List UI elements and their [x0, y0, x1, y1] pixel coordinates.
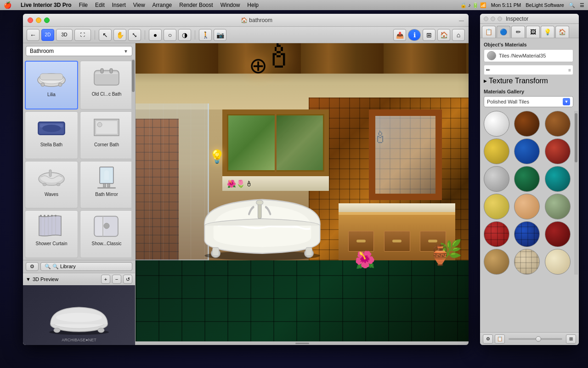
toolbar-share-btn[interactable]: 📤: [393, 29, 406, 41]
menu-app-name[interactable]: Live Interior 3D Pro: [21, 2, 72, 8]
content-area: Bathroom ▼: [23, 43, 469, 345]
toolbar-circle-btn[interactable]: ○: [164, 29, 176, 41]
window-minimize-button[interactable]: [36, 17, 41, 23]
preview-header[interactable]: ▼ 3D Preview + − ↺: [23, 273, 135, 285]
preview-zoom-out-btn[interactable]: −: [112, 275, 121, 284]
material-ball-blue-tile[interactable]: [514, 221, 540, 247]
toolbar-house-btn[interactable]: 🏠: [437, 29, 450, 41]
inspector-footer-edit-btn[interactable]: 📋: [495, 334, 505, 344]
gallery-dropdown[interactable]: Polished Wall Tiles ▼: [484, 96, 573, 107]
material-ball-gray-light[interactable]: [484, 166, 509, 192]
viewport-resize-handle[interactable]: [136, 341, 469, 345]
library-label: 🔍 Library: [52, 264, 76, 270]
apple-menu[interactable]: 🍎: [4, 1, 11, 9]
material-ball-red-dark[interactable]: [545, 221, 571, 247]
item-corner-bath[interactable]: Corner Bath: [80, 111, 133, 159]
library-btn[interactable]: 🔍 🔍 Library: [40, 262, 132, 271]
settings-btn[interactable]: ⚙: [26, 262, 39, 271]
menubar-menu-icon[interactable]: ☰: [580, 2, 584, 8]
menu-view[interactable]: View: [133, 2, 145, 8]
material-ball-brown-mid[interactable]: [545, 111, 571, 137]
window-close-button[interactable]: [28, 17, 33, 23]
toolbar-camera-btn[interactable]: 📷: [214, 29, 226, 41]
inspector-tab-light[interactable]: 💡: [541, 26, 554, 38]
texture-transform-row[interactable]: ▶ Texture Transform: [484, 77, 573, 85]
material-ball-cream[interactable]: [545, 249, 571, 275]
toolbar-pan-btn[interactable]: ✋: [113, 29, 126, 41]
toolbar-person-btn[interactable]: 🚶: [199, 29, 212, 41]
menu-edit[interactable]: Edit: [95, 2, 105, 8]
materials-scrollbar[interactable]: [574, 111, 578, 275]
sidebar-scrollbar[interactable]: [131, 59, 135, 260]
toolbar-info-btn[interactable]: ℹ: [408, 29, 421, 41]
item-old-bath[interactable]: Old Cl...c Bath: [80, 61, 133, 109]
material-ball-blue-mid[interactable]: [514, 138, 540, 164]
svg-point-16: [57, 183, 60, 186]
item-old-bath-label: Old Cl...c Bath: [92, 92, 121, 97]
inspector-tab-image[interactable]: 🖼: [526, 26, 540, 38]
material-ball-brown-dark[interactable]: [514, 111, 540, 137]
menu-help[interactable]: Help: [247, 2, 259, 8]
item-waves[interactable]: Waves: [25, 161, 78, 209]
inspector-tab-objects[interactable]: 📋: [482, 26, 496, 38]
material-ball-teal[interactable]: [545, 166, 571, 192]
menubar-search-icon[interactable]: 🔍: [569, 2, 575, 8]
toolbar-3dhouse-btn[interactable]: ⌂: [452, 29, 465, 41]
item-stella-bath[interactable]: Stella Bath: [25, 111, 78, 159]
inspector-tab-materials[interactable]: 🔵: [497, 26, 510, 38]
menu-window[interactable]: Window: [220, 2, 240, 8]
toolbar-pointer-btn[interactable]: ↖: [99, 29, 112, 41]
inspector-footer-slider[interactable]: [509, 338, 562, 340]
preview-zoom-in-btn[interactable]: +: [101, 275, 110, 284]
svg-point-4: [58, 83, 62, 86]
toolbar-2dview-btn[interactable]: ⊞: [423, 29, 435, 41]
preview-rotate-btn[interactable]: ↺: [123, 275, 132, 284]
material-ball-red-mid[interactable]: [545, 138, 571, 164]
menu-render-boost[interactable]: Render Boost: [179, 2, 213, 8]
item-lilia[interactable]: Lilia: [25, 61, 78, 109]
window-maximize-button[interactable]: [44, 17, 50, 23]
menu-file[interactable]: File: [79, 2, 88, 8]
preview-3d-content: ARCHIBASE●NET: [23, 285, 135, 345]
toolbar-3d-btn[interactable]: 3D: [56, 29, 73, 41]
svg-point-10: [42, 125, 61, 132]
toolbar-half-sphere-btn[interactable]: ◑: [178, 29, 191, 41]
menu-insert[interactable]: Insert: [112, 2, 126, 8]
item-bath-mirror[interactable]: Bath Mirror: [80, 161, 133, 209]
toolbar-orbit-btn[interactable]: ⤡: [128, 29, 141, 41]
current-material-item[interactable]: Tiles /NewMaterial35: [484, 49, 573, 62]
scene-plant-left: 🌺: [355, 250, 375, 270]
inspector-footer-view-btn[interactable]: ⊞: [566, 334, 576, 344]
inspector-panel: Inspector 📋 🔵 ✏ 🖼 💡 🏠 Object's Materials…: [480, 14, 579, 345]
texture-input[interactable]: [492, 66, 566, 74]
toolbar-sphere-btn[interactable]: ●: [149, 29, 162, 41]
inspector-body: Object's Materials Tiles /NewMaterial35 …: [480, 38, 579, 345]
toolbar-2d-btn[interactable]: 2D: [41, 29, 54, 41]
material-ball-peach[interactable]: [514, 194, 540, 219]
item-old-bath-preview: [90, 63, 123, 91]
inspector-tab-home[interactable]: 🏠: [555, 26, 569, 38]
toolbar-fullscreen-btn[interactable]: ⛶: [74, 29, 91, 41]
material-ball-yellow[interactable]: [484, 138, 509, 164]
item-show-classic[interactable]: Show...Classic: [80, 210, 133, 258]
inspector-footer-add-btn[interactable]: ⚙: [483, 334, 493, 344]
menu-arrange[interactable]: Arrange: [153, 2, 172, 8]
window-collapse-btn[interactable]: —: [459, 17, 464, 23]
texture-row[interactable]: ✏ ≡: [484, 65, 573, 75]
material-ball-white[interactable]: [484, 111, 509, 137]
item-waves-label: Waves: [45, 192, 58, 197]
material-ball-red-tile[interactable]: [484, 221, 509, 247]
category-dropdown[interactable]: Bathroom ▼: [26, 46, 132, 56]
material-ball-tan[interactable]: [484, 249, 509, 275]
texture-menu-icon[interactable]: ≡: [568, 68, 571, 73]
item-show-classic-label: Show...Classic: [91, 241, 121, 246]
svg-rect-21: [97, 187, 116, 189]
material-ball-beige-tile[interactable]: [514, 249, 540, 275]
scene-window-divider: [275, 114, 277, 171]
material-ball-green-mid[interactable]: [514, 166, 540, 192]
material-ball-yellow-light[interactable]: [484, 194, 509, 219]
inspector-tab-edit[interactable]: ✏: [511, 26, 525, 38]
toolbar-back-btn[interactable]: ←: [27, 29, 40, 41]
material-ball-sage[interactable]: [545, 194, 571, 219]
item-shower-curtain[interactable]: Shower Curtain: [25, 210, 78, 258]
